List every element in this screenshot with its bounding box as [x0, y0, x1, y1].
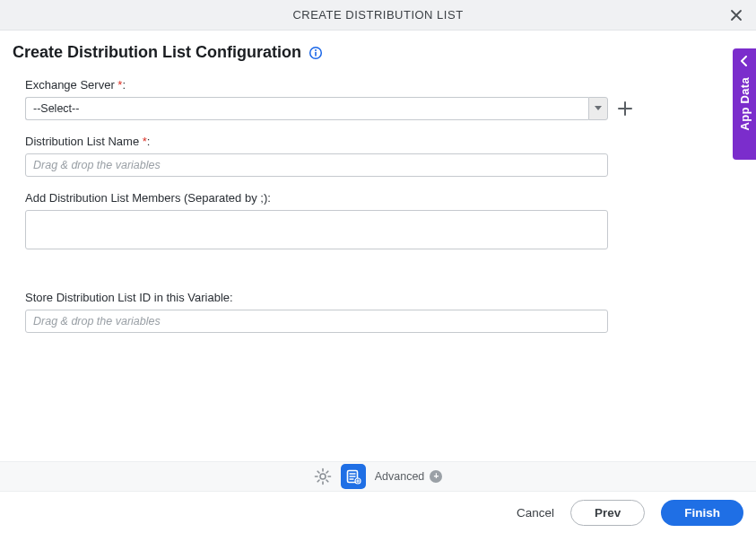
plus-circle-icon: + — [430, 470, 442, 483]
field-members: Add Distribution List Members (Separated… — [25, 191, 731, 253]
form-area: Exchange Server *: --Select-- Distributi… — [0, 62, 756, 333]
label-text: Distribution List Name — [25, 135, 139, 148]
prev-button[interactable]: Prev — [570, 500, 645, 526]
close-icon[interactable] — [727, 6, 745, 24]
app-data-label: App Data — [738, 77, 752, 130]
advanced-toggle[interactable]: Advanced + — [375, 470, 443, 483]
app-data-tab[interactable]: App Data — [733, 48, 756, 160]
store-id-label: Store Distribution List ID in this Varia… — [25, 291, 731, 304]
info-icon[interactable] — [308, 46, 323, 60]
label-text: Exchange Server — [25, 78, 115, 92]
cancel-button[interactable]: Cancel — [517, 506, 554, 520]
dialog-title: CREATE DISTRIBUTION LIST — [292, 8, 463, 22]
form-tool-icon[interactable] — [341, 464, 366, 489]
page-title: Create Distribution List Configuration — [13, 43, 301, 62]
dist-name-label: Distribution List Name *: — [25, 135, 731, 148]
svg-rect-2 — [315, 51, 317, 56]
add-server-button[interactable] — [617, 100, 633, 117]
exchange-server-select[interactable]: --Select-- — [25, 97, 608, 120]
field-exchange-server: Exchange Server *: --Select-- — [25, 78, 731, 120]
label-colon: : — [122, 78, 126, 92]
dist-name-input[interactable] — [25, 153, 608, 177]
page-title-row: Create Distribution List Configuration — [0, 31, 756, 62]
svg-point-3 — [320, 474, 326, 479]
chevron-left-icon — [740, 54, 749, 70]
select-value: --Select-- — [25, 97, 588, 120]
store-id-input[interactable] — [25, 310, 608, 333]
footer: Cancel Prev Finish — [0, 492, 756, 533]
dialog-header: CREATE DISTRIBUTION LIST — [0, 0, 756, 31]
gear-icon[interactable] — [314, 467, 332, 485]
exchange-server-label: Exchange Server *: — [25, 78, 731, 92]
svg-point-1 — [315, 49, 317, 51]
toolbar: Advanced + — [0, 461, 756, 492]
required-mark: * — [139, 135, 147, 148]
field-dist-name: Distribution List Name *: — [25, 135, 731, 177]
members-input[interactable] — [25, 210, 608, 249]
field-store-id: Store Distribution List ID in this Varia… — [25, 291, 731, 333]
members-label: Add Distribution List Members (Separated… — [25, 191, 731, 205]
chevron-down-icon[interactable] — [588, 97, 608, 120]
finish-button[interactable]: Finish — [661, 500, 743, 526]
label-colon: : — [147, 135, 151, 148]
advanced-text: Advanced — [375, 470, 425, 483]
exchange-server-row: --Select-- — [25, 97, 731, 120]
